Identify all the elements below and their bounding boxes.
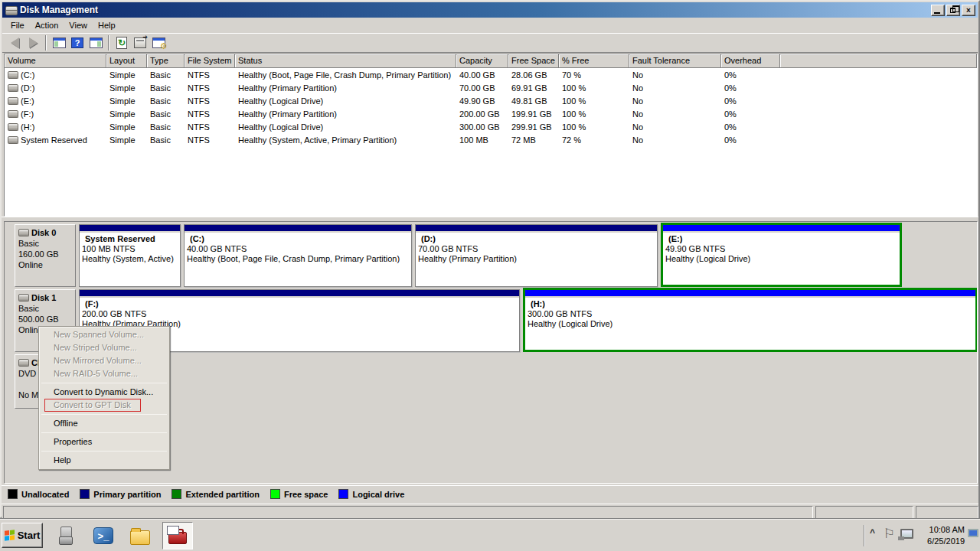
file-explorer-icon[interactable] <box>127 524 153 547</box>
cell-fault-tolerance: No <box>629 83 721 93</box>
menu-separator <box>41 451 167 452</box>
legend-unallocated: Unallocated <box>8 489 69 499</box>
legend-bar: Unallocated Primary partition Extended p… <box>2 485 978 502</box>
cell-pct-free: 100 % <box>559 109 629 119</box>
partition-d[interactable]: (D:) 70.00 GB NTFS Healthy (Primary Part… <box>415 224 658 287</box>
column-header-type[interactable]: Type <box>147 54 185 68</box>
cell-file-system: NTFS <box>185 109 235 119</box>
disk1-type: Basic <box>18 303 74 314</box>
minimize-button[interactable] <box>931 5 945 16</box>
cell-file-system: NTFS <box>185 135 235 145</box>
partition-e[interactable]: (E:) 49.90 GB NTFS Healthy (Logical Driv… <box>661 223 902 287</box>
forward-icon[interactable] <box>24 34 42 51</box>
menu-item-offline[interactable]: Offline <box>40 417 168 430</box>
menu-item-convert-to-dynamic-disk[interactable]: Convert to Dynamic Disk... <box>40 386 168 399</box>
refresh-icon[interactable]: ↻ <box>113 34 131 51</box>
table-row[interactable]: (H:) Simple Basic NTFS Healthy (Logical … <box>5 120 977 133</box>
disk-management-taskbar-icon[interactable] <box>162 522 193 549</box>
menu-item-help[interactable]: Help <box>40 454 168 467</box>
legend-logical-drive: Logical drive <box>338 489 404 499</box>
cell-status: Healthy (Primary Partition) <box>235 109 456 119</box>
cell-pct-free: 100 % <box>559 96 629 106</box>
partition-c[interactable]: (C:) 40.00 GB NTFS Healthy (Boot, Page F… <box>184 224 412 287</box>
cell-type: Basic <box>147 70 185 80</box>
legend-free-space: Free space <box>270 489 328 499</box>
clock-date: 6/25/2019 <box>917 536 965 547</box>
cell-type: Basic <box>147 122 185 132</box>
column-header-pct-free[interactable]: % Free <box>559 54 629 68</box>
cell-pct-free: 100 % <box>559 83 629 93</box>
show-desktop-icon[interactable] <box>968 529 978 537</box>
powershell-icon[interactable]: >_ <box>90 524 116 547</box>
disk0-label[interactable]: Disk 0 Basic 160.00 GB Online <box>15 224 76 287</box>
cell-file-system: NTFS <box>185 70 235 80</box>
partition-system-reserved[interactable]: System Reserved 100 MB NTFS Healthy (Sys… <box>79 224 181 287</box>
column-header-file-system[interactable]: File System <box>185 54 235 68</box>
cell-fault-tolerance: No <box>629 96 721 106</box>
disk1-size: 500.00 GB <box>18 314 74 324</box>
show-action-pane-icon[interactable] <box>87 34 105 51</box>
column-header-capacity[interactable]: Capacity <box>456 54 508 68</box>
menu-separator <box>41 383 167 383</box>
action-center-flag-icon[interactable] <box>884 526 894 543</box>
cell-free-space: 28.06 GB <box>508 70 559 80</box>
cell-layout: Simple <box>106 109 147 119</box>
show-console-tree-icon[interactable] <box>50 34 68 51</box>
cell-overhead: 0% <box>721 122 780 132</box>
menu-view[interactable]: View <box>64 19 93 31</box>
tray-divider <box>864 525 865 546</box>
server-manager-icon[interactable] <box>54 524 80 547</box>
column-header-status[interactable]: Status <box>235 54 456 68</box>
primary-partition-strip <box>80 225 180 233</box>
network-icon[interactable] <box>900 529 913 539</box>
cell-layout: Simple <box>106 122 147 132</box>
toolbar: ? ↻ <box>2 33 978 53</box>
restore-button[interactable] <box>946 5 960 16</box>
taskbar-clock[interactable]: 10:08 AM 6/25/2019 <box>917 524 965 547</box>
cell-type: Basic <box>147 135 185 145</box>
partition-h[interactable]: (H:) 300.00 GB NTFS Healthy (Logical Dri… <box>523 288 978 352</box>
menu-help[interactable]: Help <box>93 19 121 31</box>
taskbar: Start >_ ^ 10:08 AM 6/25/2019 <box>0 519 980 551</box>
cell-free-space: 49.81 GB <box>508 96 559 106</box>
volume-icon <box>8 84 18 92</box>
table-row[interactable]: (D:) Simple Basic NTFS Healthy (Primary … <box>5 81 977 94</box>
windows-logo-icon <box>5 530 15 541</box>
table-row[interactable]: (C:) Simple Basic NTFS Healthy (Boot, Pa… <box>5 68 977 81</box>
tray-chevron-icon[interactable]: ^ <box>870 527 874 538</box>
title-bar[interactable]: Disk Management × <box>2 2 978 18</box>
disk-context-menu: New Spanned Volume... New Striped Volume… <box>38 326 170 470</box>
column-header-fault-tolerance[interactable]: Fault Tolerance <box>629 54 721 68</box>
cell-fault-tolerance: No <box>629 135 721 145</box>
back-icon[interactable] <box>5 34 24 51</box>
menu-separator <box>41 414 167 415</box>
table-row[interactable]: (F:) Simple Basic NTFS Healthy (Primary … <box>5 107 977 120</box>
console-window-icon[interactable] <box>149 34 168 51</box>
column-header-volume[interactable]: Volume <box>5 54 106 68</box>
disk-icon <box>18 229 29 236</box>
cell-capacity: 100 MB <box>456 135 508 145</box>
menu-file[interactable]: File <box>5 19 30 31</box>
menu-item-new-raid5-volume: New RAID-5 Volume... <box>40 367 168 380</box>
help-icon[interactable]: ? <box>68 34 87 51</box>
menu-action[interactable]: Action <box>30 19 64 31</box>
window-title: Disk Management <box>20 5 929 15</box>
column-header-overhead[interactable]: Overhead <box>721 54 780 68</box>
table-row[interactable]: System Reserved Simple Basic NTFS Health… <box>5 133 977 146</box>
toolbar-separator <box>108 35 109 51</box>
table-row[interactable]: (E:) Simple Basic NTFS Healthy (Logical … <box>5 94 977 107</box>
volume-icon <box>8 97 18 105</box>
start-button[interactable]: Start <box>2 523 43 548</box>
cell-fault-tolerance: No <box>629 122 721 132</box>
column-header-layout[interactable]: Layout <box>106 54 147 68</box>
rescan-disks-icon[interactable] <box>131 34 149 51</box>
cell-capacity: 70.00 GB <box>456 83 508 93</box>
volume-icon <box>8 110 18 118</box>
cell-status: Healthy (Boot, Page File, Crash Dump, Pr… <box>235 70 456 80</box>
menu-item-properties[interactable]: Properties <box>40 435 168 448</box>
clock-time: 10:08 AM <box>917 524 965 536</box>
close-button[interactable]: × <box>962 5 975 16</box>
column-header-free-space[interactable]: Free Space <box>508 54 559 68</box>
cell-volume: (E:) <box>21 96 34 106</box>
disk0-size: 160.00 GB <box>18 249 74 259</box>
